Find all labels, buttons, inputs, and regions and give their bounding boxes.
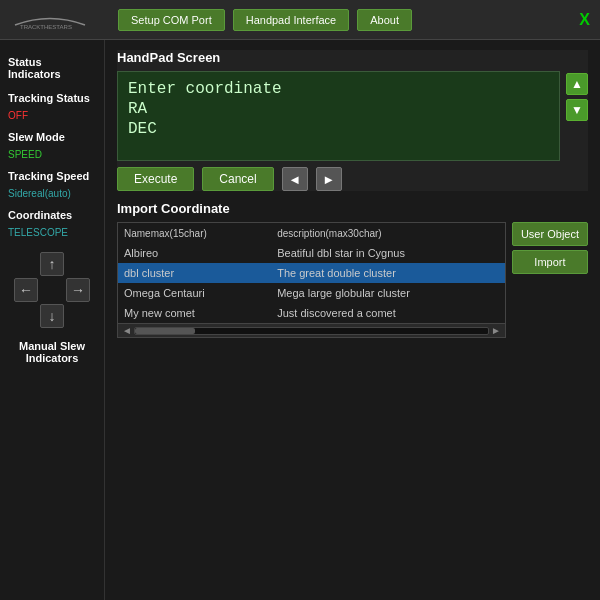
handpad-screen: Enter coordinate RA DEC <box>117 71 560 161</box>
about-button[interactable]: About <box>357 9 412 31</box>
dpad-empty-bl <box>14 304 38 328</box>
table-row[interactable]: My new comet Just discovered a comet <box>118 303 505 323</box>
tracking-speed-title: Tracking Speed <box>8 170 96 182</box>
handpad-line-1: Enter coordinate <box>128 80 549 98</box>
row-3-name: My new comet <box>118 303 271 323</box>
content-area: HandPad Screen Enter coordinate RA DEC ▲… <box>105 40 600 600</box>
directional-pad: ↑ ← → ↓ <box>8 252 96 328</box>
user-object-button[interactable]: User Object <box>512 222 588 246</box>
tracking-status-value: OFF <box>8 110 96 121</box>
row-1-name: dbl cluster <box>118 263 271 283</box>
manual-slew-label: Manual Slew Indicators <box>8 340 96 364</box>
scrollbar-track[interactable] <box>134 327 489 335</box>
coordinates-value: TELESCOPE <box>8 227 96 238</box>
table-row[interactable]: Omega Centauri Mega large globular clust… <box>118 283 505 303</box>
main-layout: Status Indicators Tracking Status OFF Sl… <box>0 40 600 600</box>
status-indicators-title: Status Indicators <box>8 56 96 80</box>
scroll-down-button[interactable]: ▼ <box>566 99 588 121</box>
dpad-empty-tl <box>14 252 38 276</box>
slew-mode-title: Slew Mode <box>8 131 96 143</box>
col-desc-header: description(max30char) <box>271 223 505 243</box>
col-name-header: Namemax(15char) <box>118 223 271 243</box>
close-button[interactable]: X <box>579 11 590 29</box>
row-2-name: Omega Centauri <box>118 283 271 303</box>
handpad-interface-button[interactable]: Handpad Interface <box>233 9 350 31</box>
dpad-empty-br <box>66 304 90 328</box>
logo-icon: TRACKTHESTARS <box>10 10 90 30</box>
import-button[interactable]: Import <box>512 250 588 274</box>
handpad-line-3: DEC <box>128 120 549 138</box>
table-row[interactable]: Albireo Beatiful dbl star in Cygnus <box>118 243 505 263</box>
import-table-header: Namemax(15char) description(max30char) <box>118 223 505 243</box>
dpad-left-button[interactable]: ← <box>14 278 38 302</box>
import-section: Import Coordinate Namemax(15char) descri… <box>117 201 588 590</box>
execute-button[interactable]: Execute <box>117 167 194 191</box>
coordinates-title: Coordinates <box>8 209 96 221</box>
import-table: Namemax(15char) description(max30char) A… <box>118 223 505 323</box>
table-row[interactable]: dbl cluster The great double cluster <box>118 263 505 283</box>
nav-left-button[interactable]: ◄ <box>282 167 308 191</box>
scroll-up-button[interactable]: ▲ <box>566 73 588 95</box>
row-0-desc: Beatiful dbl star in Cygnus <box>271 243 505 263</box>
setup-com-port-button[interactable]: Setup COM Port <box>118 9 225 31</box>
dpad-down-button[interactable]: ↓ <box>40 304 64 328</box>
slew-mode-value: SPEED <box>8 149 96 160</box>
action-buttons: Execute Cancel ◄ ► <box>117 167 588 191</box>
dpad-center <box>40 278 64 302</box>
import-content: Namemax(15char) description(max30char) A… <box>117 222 588 338</box>
scrollbar-right-button[interactable]: ► <box>489 325 503 336</box>
import-table-wrapper: Namemax(15char) description(max30char) A… <box>117 222 506 338</box>
handpad-section: HandPad Screen Enter coordinate RA DEC ▲… <box>117 50 588 191</box>
nav-right-button[interactable]: ► <box>316 167 342 191</box>
scrollbar: ◄ ► <box>118 323 505 337</box>
sidebar: Status Indicators Tracking Status OFF Sl… <box>0 40 105 600</box>
row-2-desc: Mega large globular cluster <box>271 283 505 303</box>
top-bar: TRACKTHESTARS Setup COM Port Handpad Int… <box>0 0 600 40</box>
dpad-up-button[interactable]: ↑ <box>40 252 64 276</box>
handpad-line-2: RA <box>128 100 549 118</box>
dpad-right-button[interactable]: → <box>66 278 90 302</box>
scrollbar-left-button[interactable]: ◄ <box>120 325 134 336</box>
row-0-name: Albireo <box>118 243 271 263</box>
logo-area: TRACKTHESTARS <box>10 10 110 30</box>
row-3-desc: Just discovered a comet <box>271 303 505 323</box>
cancel-button[interactable]: Cancel <box>202 167 273 191</box>
tracking-status-title: Tracking Status <box>8 92 96 104</box>
svg-text:TRACKTHESTARS: TRACKTHESTARS <box>20 24 72 30</box>
dpad-empty-tr <box>66 252 90 276</box>
handpad-title: HandPad Screen <box>117 50 588 65</box>
tracking-speed-value: Sidereal(auto) <box>8 188 96 199</box>
row-1-desc: The great double cluster <box>271 263 505 283</box>
import-title: Import Coordinate <box>117 201 588 216</box>
import-side-buttons: User Object Import <box>512 222 588 338</box>
scrollbar-thumb[interactable] <box>135 328 195 334</box>
handpad-screen-wrapper: Enter coordinate RA DEC ▲ ▼ <box>117 71 588 161</box>
